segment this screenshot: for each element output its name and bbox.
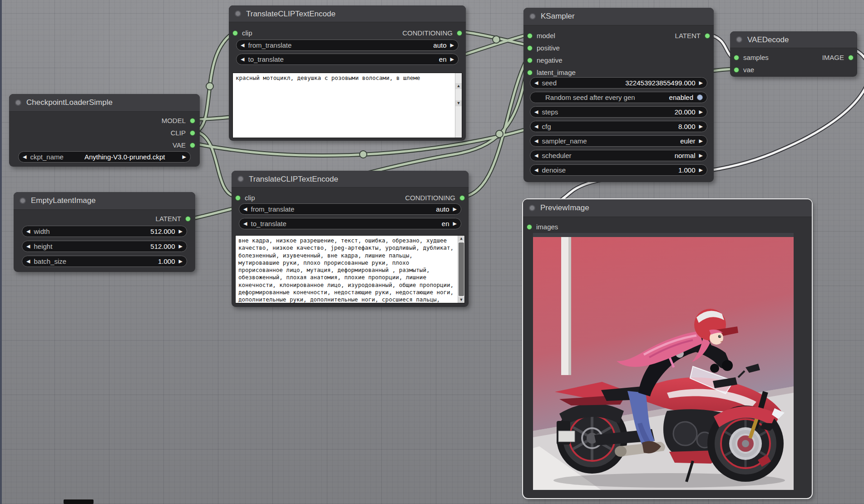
collapse-dot-icon[interactable] — [20, 198, 26, 204]
widget-ckpt-name[interactable]: ◀ ckpt_name Anything-V3.0-pruned.ckpt ▶ — [18, 151, 191, 163]
node-graph-canvas[interactable]: CheckpointLoaderSimple MODEL CLIP VAE ◀ … — [0, 0, 864, 504]
input-dot-icon[interactable] — [527, 33, 533, 39]
output-dot-icon[interactable] — [457, 30, 462, 36]
output-dot-icon[interactable] — [705, 33, 710, 39]
input-dot-icon[interactable] — [527, 45, 533, 51]
widget-from-translate[interactable]: ◀ from_translate auto ▶ — [236, 40, 459, 51]
widget-random-seed-toggle[interactable]: Random seed after every gen enabled — [530, 92, 707, 103]
output-slot-latent[interactable]: LATENT — [156, 215, 191, 222]
increment-arrow-icon[interactable]: ▶ — [179, 256, 183, 267]
widget-width[interactable]: ◀ width 512.000 ▶ — [22, 226, 187, 237]
input-slot-samples[interactable]: samples — [734, 54, 769, 61]
input-slot-latent-image[interactable]: latent_image — [527, 69, 576, 76]
textarea-scrollbar[interactable]: ▲ ▼ — [458, 236, 464, 303]
scroll-up-icon[interactable]: ▲ — [455, 83, 462, 89]
widget-scheduler[interactable]: ◀ scheduler normal ▶ — [530, 150, 707, 161]
output-slot-conditioning[interactable]: CONDITIONING — [402, 29, 462, 37]
decrement-arrow-icon[interactable]: ◀ — [243, 203, 247, 215]
collapse-dot-icon[interactable] — [529, 205, 535, 211]
output-dot-icon[interactable] — [185, 216, 191, 222]
output-dot-icon[interactable] — [459, 195, 465, 201]
widget-steps[interactable]: ◀ steps 20.000 ▶ — [530, 106, 707, 118]
input-dot-icon[interactable] — [734, 55, 739, 60]
widget-cfg[interactable]: ◀ cfg 8.000 ▶ — [530, 121, 707, 132]
node-translate-clip-negative[interactable]: TranslateCLIPTextEncode clip CONDITIONIN… — [232, 171, 469, 307]
input-slot-negative[interactable]: negative — [527, 56, 563, 64]
node-translate-clip-positive[interactable]: TranslateCLIPTextEncode clip CONDITIONIN… — [229, 5, 466, 141]
widget-seed[interactable]: ◀ seed 322453923855499.000 ▶ — [530, 77, 707, 89]
collapse-dot-icon[interactable] — [235, 10, 241, 17]
input-slot-model[interactable]: model — [527, 32, 555, 40]
node-vae-decode[interactable]: VAEDecode samples vae IMAGE — [730, 31, 857, 77]
collapse-dot-icon[interactable] — [237, 176, 244, 182]
increment-arrow-icon[interactable]: ▶ — [450, 40, 454, 51]
scroll-up-icon[interactable]: ▲ — [458, 236, 464, 242]
decrement-arrow-icon[interactable]: ◀ — [534, 135, 538, 147]
increment-arrow-icon[interactable]: ▶ — [179, 241, 183, 252]
increment-arrow-icon[interactable]: ▶ — [453, 218, 457, 229]
decrement-arrow-icon[interactable]: ◀ — [534, 106, 538, 118]
output-slot-latent[interactable]: LATENT — [675, 32, 710, 40]
input-slot-images[interactable]: images — [527, 223, 558, 231]
output-slot-conditioning[interactable]: CONDITIONING — [405, 194, 465, 202]
increment-arrow-icon[interactable]: ▶ — [699, 106, 703, 118]
prompt-textarea[interactable]: вне кадра, низкое разрешение, текст, оши… — [235, 235, 465, 303]
textarea-scrollbar[interactable]: ▲ ▼ — [455, 73, 462, 138]
widget-to-translate[interactable]: ◀ to_translate en ▶ — [236, 54, 459, 65]
input-slot-clip[interactable]: clip — [235, 194, 255, 202]
input-dot-icon[interactable] — [527, 224, 532, 230]
widget-sampler-name[interactable]: ◀ sampler_name euler ▶ — [530, 135, 707, 147]
increment-arrow-icon[interactable]: ▶ — [179, 226, 183, 237]
decrement-arrow-icon[interactable]: ◀ — [534, 150, 538, 161]
prompt-textarea[interactable]: красный мотоцикл, девушка с розовыми вол… — [232, 73, 462, 138]
scroll-down-icon[interactable]: ▼ — [455, 100, 462, 106]
scrollbar-thumb[interactable] — [459, 242, 464, 296]
output-dot-icon[interactable] — [848, 55, 854, 60]
input-slot-clip[interactable]: clip — [232, 29, 252, 37]
decrement-arrow-icon[interactable]: ◀ — [26, 241, 30, 252]
widget-from-translate[interactable]: ◀ from_translate auto ▶ — [239, 203, 461, 215]
output-dot-icon[interactable] — [190, 143, 195, 148]
node-empty-latent-image[interactable]: EmptyLatentImage LATENT ◀ width 512.000 … — [14, 192, 195, 272]
increment-arrow-icon[interactable]: ▶ — [183, 151, 186, 163]
output-dot-icon[interactable] — [190, 130, 195, 136]
input-slot-vae[interactable]: vae — [734, 66, 754, 74]
node-checkpoint-loader[interactable]: CheckpointLoaderSimple MODEL CLIP VAE ◀ … — [9, 94, 200, 167]
increment-arrow-icon[interactable]: ▶ — [453, 203, 457, 215]
decrement-arrow-icon[interactable]: ◀ — [534, 121, 538, 132]
decrement-arrow-icon[interactable]: ◀ — [241, 40, 244, 51]
input-dot-icon[interactable] — [527, 70, 533, 75]
node-ksampler[interactable]: KSampler model positive negative latent_… — [523, 8, 714, 182]
increment-arrow-icon[interactable]: ▶ — [699, 150, 703, 161]
increment-arrow-icon[interactable]: ▶ — [699, 77, 703, 89]
collapse-dot-icon[interactable] — [15, 99, 21, 106]
output-slot-clip[interactable]: CLIP — [171, 129, 195, 137]
decrement-arrow-icon[interactable]: ◀ — [243, 218, 247, 229]
input-dot-icon[interactable] — [235, 195, 241, 201]
widget-to-translate[interactable]: ◀ to_translate en ▶ — [239, 218, 461, 229]
widget-batch-size[interactable]: ◀ batch_size 1.000 ▶ — [22, 256, 187, 267]
output-slot-image[interactable]: IMAGE — [822, 54, 854, 61]
collapse-dot-icon[interactable] — [529, 13, 536, 20]
increment-arrow-icon[interactable]: ▶ — [699, 121, 703, 132]
decrement-arrow-icon[interactable]: ◀ — [26, 256, 30, 267]
decrement-arrow-icon[interactable]: ◀ — [241, 54, 244, 65]
increment-arrow-icon[interactable]: ▶ — [699, 135, 703, 147]
input-dot-icon[interactable] — [734, 67, 739, 73]
output-slot-model[interactable]: MODEL — [162, 117, 195, 124]
node-preview-image[interactable]: PreviewImage images — [523, 199, 812, 498]
toggle-indicator-icon[interactable] — [697, 94, 703, 100]
output-slot-vae[interactable]: VAE — [173, 141, 195, 149]
increment-arrow-icon[interactable]: ▶ — [699, 164, 703, 176]
output-dot-icon[interactable] — [190, 118, 195, 124]
collapse-dot-icon[interactable] — [736, 36, 742, 43]
decrement-arrow-icon[interactable]: ◀ — [534, 77, 538, 89]
decrement-arrow-icon[interactable]: ◀ — [26, 226, 30, 237]
widget-denoise[interactable]: ◀ denoise 1.000 ▶ — [530, 164, 707, 176]
scroll-down-icon[interactable]: ▼ — [458, 297, 464, 303]
decrement-arrow-icon[interactable]: ◀ — [534, 164, 538, 176]
widget-height[interactable]: ◀ height 512.000 ▶ — [22, 241, 187, 252]
increment-arrow-icon[interactable]: ▶ — [450, 54, 454, 65]
input-dot-icon[interactable] — [232, 30, 238, 36]
input-dot-icon[interactable] — [527, 58, 533, 63]
